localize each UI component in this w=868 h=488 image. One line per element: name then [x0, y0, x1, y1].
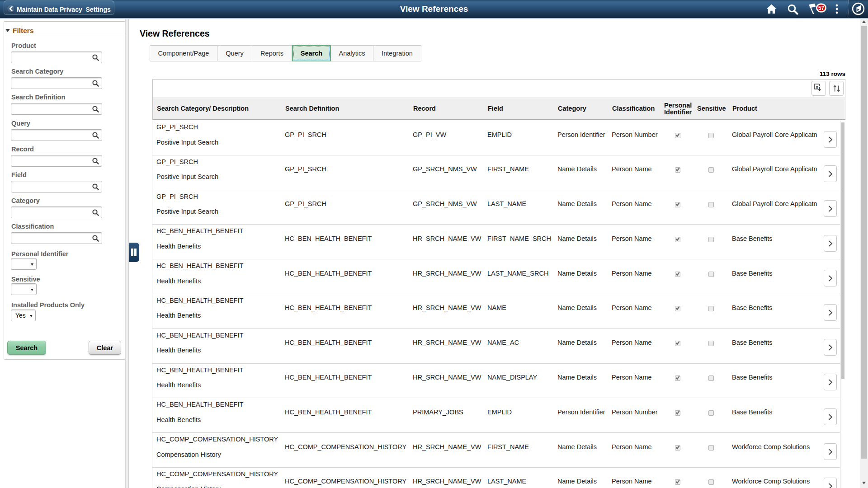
svg-text:x: x [816, 84, 818, 89]
svg-text:57: 57 [818, 5, 825, 11]
